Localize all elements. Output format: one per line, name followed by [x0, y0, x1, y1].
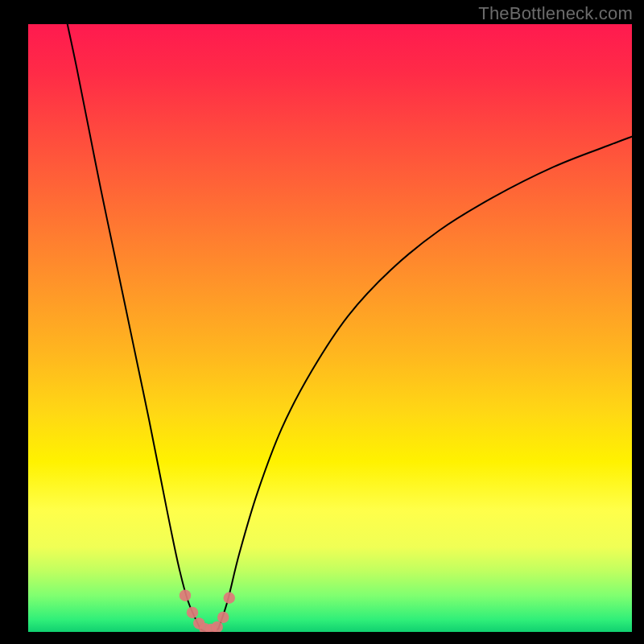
series-group	[68, 24, 632, 632]
valley-marker	[217, 612, 229, 623]
curve-layer	[28, 24, 632, 632]
curve-right-branch	[218, 137, 632, 630]
valley-marker	[180, 590, 191, 601]
chart-frame: TheBottleneck.com	[0, 0, 644, 644]
valley-marker	[224, 592, 235, 604]
marker-group	[180, 590, 235, 633]
valley-marker	[187, 607, 198, 618]
plot-area	[28, 24, 632, 632]
watermark-text: TheBottleneck.com	[478, 3, 633, 24]
curve-left-branch	[68, 24, 200, 629]
